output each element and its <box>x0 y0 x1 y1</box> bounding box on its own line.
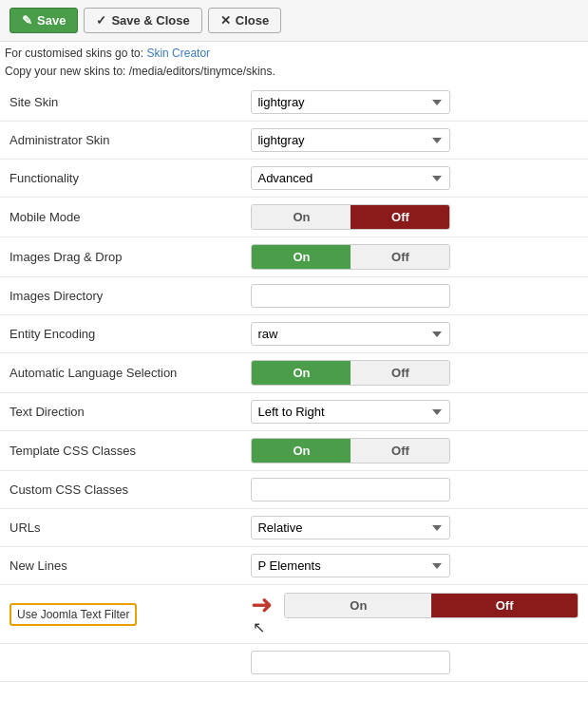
settings-table: Site Skin lightgray oxide oxide-dark Adm… <box>0 84 588 682</box>
template-css-toggle: On Off <box>251 438 450 464</box>
custom-css-label: Custom CSS Classes <box>0 471 241 509</box>
admin-skin-row: Administrator Skin lightgray oxide oxide… <box>0 122 588 160</box>
mobile-mode-row: Mobile Mode On Off <box>0 198 588 237</box>
images-drag-toggle: On Off <box>251 244 450 270</box>
functionality-label: Functionality <box>0 160 241 198</box>
auto-lang-on[interactable]: On <box>252 361 351 385</box>
save-label: Save <box>37 13 66 28</box>
entity-encoding-row: Entity Encoding raw named numeric named+… <box>0 315 588 353</box>
toolbar: ✎ Save ✓ Save & Close ✕ Close <box>0 0 588 42</box>
images-dir-label: Images Directory <box>0 277 241 315</box>
template-css-off[interactable]: Off <box>351 439 449 463</box>
custom-css-input[interactable] <box>251 478 450 501</box>
custom-css-row: Custom CSS Classes <box>0 471 588 509</box>
mobile-mode-off[interactable]: Off <box>351 205 449 229</box>
text-direction-select[interactable]: Left to Right Right to Left <box>251 400 450 424</box>
check-icon: ✓ <box>96 13 106 28</box>
auto-lang-label: Automatic Language Selection <box>0 353 241 393</box>
save-close-label: Save & Close <box>111 13 189 28</box>
extra-row <box>0 644 588 682</box>
mobile-mode-on[interactable]: On <box>252 205 351 229</box>
admin-skin-select[interactable]: lightgray oxide oxide-dark <box>251 128 450 152</box>
joomla-filter-on[interactable]: On <box>285 594 431 617</box>
functionality-row: Functionality Advanced Simple Extended <box>0 160 588 198</box>
entity-encoding-select[interactable]: raw named numeric named+numeric <box>251 322 450 346</box>
images-drag-on[interactable]: On <box>252 245 351 269</box>
images-dir-input[interactable] <box>251 284 450 308</box>
x-icon: ✕ <box>220 13 231 28</box>
cursor-icon: ↖ <box>253 619 265 635</box>
save-icon: ✎ <box>22 13 32 28</box>
new-lines-label: New Lines <box>0 547 241 585</box>
joomla-filter-label: Use Joomla Text Filter <box>9 603 137 626</box>
template-css-row: Template CSS Classes On Off <box>0 431 588 471</box>
urls-select[interactable]: Relative Absolute <box>251 516 450 539</box>
close-button[interactable]: ✕ Close <box>208 8 281 33</box>
site-skin-select[interactable]: lightgray oxide oxide-dark <box>251 90 450 114</box>
mobile-mode-toggle: On Off <box>251 204 450 230</box>
text-direction-row: Text Direction Left to Right Right to Le… <box>0 393 588 431</box>
skin-creator-link[interactable]: Skin Creator <box>146 47 210 60</box>
info-bar: For customised skins go to: Skin Creator <box>0 42 588 63</box>
extra-input[interactable] <box>251 651 450 674</box>
text-direction-label: Text Direction <box>0 393 241 431</box>
auto-lang-toggle: On Off <box>251 360 450 386</box>
urls-label: URLs <box>0 509 241 547</box>
close-label: Close <box>236 13 269 28</box>
new-lines-row: New Lines P Elements BR Elements <box>0 547 588 585</box>
admin-skin-label: Administrator Skin <box>0 122 241 160</box>
joomla-filter-toggle: On Off <box>284 593 579 618</box>
images-drag-off[interactable]: Off <box>351 245 449 269</box>
auto-lang-off[interactable]: Off <box>351 361 449 385</box>
site-skin-label: Site Skin <box>0 84 241 122</box>
joomla-filter-row: Use Joomla Text Filter ➜ On Off ↖ <box>0 585 588 644</box>
joomla-filter-off[interactable]: Off <box>431 594 578 617</box>
images-dir-row: Images Directory <box>0 277 588 315</box>
template-css-label: Template CSS Classes <box>0 431 241 471</box>
site-skin-row: Site Skin lightgray oxide oxide-dark <box>0 84 588 122</box>
copy-path: Copy your new skins to: /media/editors/t… <box>0 63 588 84</box>
joomla-filter-wrapper: ➜ On Off <box>251 592 579 618</box>
mobile-mode-label: Mobile Mode <box>0 198 241 237</box>
entity-encoding-label: Entity Encoding <box>0 315 241 353</box>
images-drag-label: Images Drag & Drop <box>0 237 241 277</box>
save-close-button[interactable]: ✓ Save & Close <box>84 8 201 33</box>
link-prefix: For customised skins go to: <box>5 47 143 60</box>
images-drag-row: Images Drag & Drop On Off <box>0 237 588 277</box>
auto-lang-row: Automatic Language Selection On Off <box>0 353 588 393</box>
arrow-icon: ➜ <box>251 592 273 618</box>
save-button[interactable]: ✎ Save <box>9 8 78 33</box>
new-lines-select[interactable]: P Elements BR Elements <box>251 554 450 577</box>
functionality-select[interactable]: Advanced Simple Extended <box>251 166 450 190</box>
urls-row: URLs Relative Absolute <box>0 509 588 547</box>
template-css-on[interactable]: On <box>252 439 351 463</box>
